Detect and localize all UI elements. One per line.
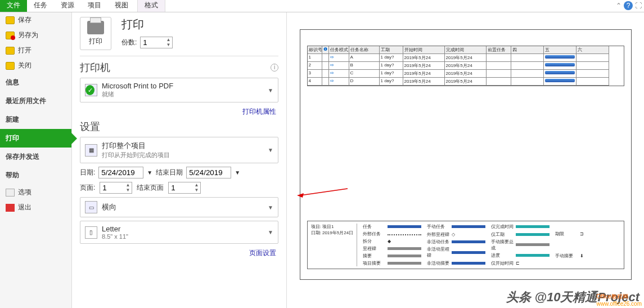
- svg-line-0: [300, 189, 348, 195]
- preview-table: 标识号❶ 任务模式任务名称 工期开始时间 完成时间前置任务 四五六 1⇨A1 d…: [308, 46, 624, 86]
- page-to-label: 结束页面: [137, 183, 164, 193]
- print-title: 打印: [121, 17, 173, 32]
- print-preview: 标识号❶ 任务模式任务名称 工期开始时间 完成时间前置任务 四五六 1⇨A1 d…: [287, 12, 644, 308]
- ribbon-tabs: 文件 任务 资源 项目 视图 格式: [0, 0, 644, 12]
- page-from-input[interactable]: [100, 182, 124, 193]
- chevron-down-icon: ▼: [268, 147, 273, 153]
- chevron-down-icon: ▼: [268, 87, 273, 93]
- page-to-spinner[interactable]: ▲▼: [168, 182, 201, 194]
- sidebar-open[interactable]: 打开: [0, 43, 71, 58]
- sidebar-info[interactable]: 信息: [0, 73, 71, 92]
- page-from-label: 页面:: [80, 183, 95, 193]
- printer-heading: 打印机: [80, 61, 110, 74]
- sidebar-save[interactable]: 保存: [0, 12, 71, 28]
- orientation-icon: ▭: [85, 201, 97, 213]
- page-setup-link[interactable]: 页面设置: [80, 247, 278, 259]
- tab-view[interactable]: 视图: [108, 0, 135, 12]
- page-from-spinner[interactable]: ▲▼: [100, 182, 132, 194]
- date-from-label: 日期:: [80, 168, 95, 177]
- print-scope-selector[interactable]: ▦ 打印整个项目 打印从开始到完成的项目 ▼: [80, 137, 278, 163]
- sidebar-saveandsend[interactable]: 保存并发送: [0, 148, 71, 166]
- tab-resource[interactable]: 资源: [54, 0, 81, 12]
- sidebar-options[interactable]: 选项: [0, 185, 71, 200]
- settings-heading: 设置: [80, 120, 100, 133]
- preview-page: 标识号❶ 任务模式任务名称 工期开始时间 完成时间前置任务 四五六 1⇨A1 d…: [300, 29, 632, 280]
- paper-icon: ▯: [85, 226, 97, 239]
- tab-format[interactable]: 格式: [137, 0, 165, 12]
- printer-small-icon: [85, 84, 97, 96]
- expand-icon[interactable]: ⛶: [635, 2, 642, 10]
- copies-spinner[interactable]: ▲▼: [140, 37, 173, 48]
- sidebar-print[interactable]: 打印: [0, 129, 71, 148]
- sidebar-help[interactable]: 帮助: [0, 166, 71, 185]
- info-icon[interactable]: i: [271, 64, 278, 72]
- paper-size-selector[interactable]: ▯ Letter 8.5" x 11" ▼: [80, 221, 278, 244]
- tab-task[interactable]: 任务: [27, 0, 54, 12]
- printer-icon: [87, 21, 104, 34]
- scope-icon: ▦: [85, 144, 97, 157]
- title-right-controls: ⌃ ? ⛶: [616, 1, 642, 10]
- tab-file[interactable]: 文件: [0, 0, 27, 12]
- printer-selector[interactable]: Microsoft Print to PDF 就绪 ▼: [80, 78, 278, 102]
- sidebar-exit[interactable]: 退出: [0, 200, 71, 215]
- tab-project[interactable]: 项目: [81, 0, 108, 12]
- backstage-sidebar: 保存 另存为 打开 关闭 信息 最近所用文件 新建 打印 保存并发送 帮助 选项…: [0, 12, 72, 308]
- chevron-down-icon[interactable]: ▼: [235, 169, 240, 176]
- help-icon[interactable]: ?: [624, 1, 633, 10]
- print-button[interactable]: 打印: [80, 17, 111, 50]
- printer-properties-link[interactable]: 打印机属性: [80, 106, 278, 118]
- chevron-down-icon: ▼: [268, 204, 273, 211]
- svg-marker-1: [297, 193, 304, 198]
- chevron-down-icon[interactable]: ▼: [147, 169, 152, 176]
- printer-status: 就绪: [102, 90, 173, 99]
- chevron-down-icon: ▼: [268, 229, 273, 235]
- date-to-input[interactable]: [186, 167, 231, 178]
- sidebar-new[interactable]: 新建: [0, 110, 71, 129]
- date-from-input[interactable]: [98, 167, 143, 178]
- up-icon[interactable]: ⌃: [616, 2, 622, 10]
- printer-name: Microsoft Print to PDF: [102, 82, 173, 90]
- orientation-label: 横向: [102, 202, 116, 212]
- sidebar-close[interactable]: 关闭: [0, 58, 71, 73]
- scope-sub: 打印从开始到完成的项目: [102, 151, 170, 159]
- copies-label: 份数:: [121, 38, 137, 47]
- print-button-label: 打印: [84, 37, 107, 46]
- scope-title: 打印整个项目: [102, 141, 170, 151]
- paper-label: Letter: [102, 225, 128, 233]
- sidebar-saveas[interactable]: 另存为: [0, 28, 71, 43]
- paper-sub: 8.5" x 11": [102, 233, 128, 240]
- copies-input[interactable]: [141, 37, 164, 48]
- sidebar-recent[interactable]: 最近所用文件: [0, 92, 71, 110]
- orientation-selector[interactable]: ▭ 横向 ▼: [80, 197, 278, 217]
- page-to-input[interactable]: [169, 182, 192, 193]
- date-to-label: 结束日期: [156, 168, 183, 177]
- print-settings-panel: 打印 打印 份数: ▲▼ 打印机 i Microsoft Print t: [72, 12, 287, 308]
- watermark-site: Office教程网www.office26.com: [597, 293, 642, 307]
- red-arrow-annotation: [297, 188, 349, 200]
- preview-legend: 项目: 项目1 日期: 2019年5月24日 任务外部任务拆分◆里程碑摘要项目摘…: [307, 221, 624, 269]
